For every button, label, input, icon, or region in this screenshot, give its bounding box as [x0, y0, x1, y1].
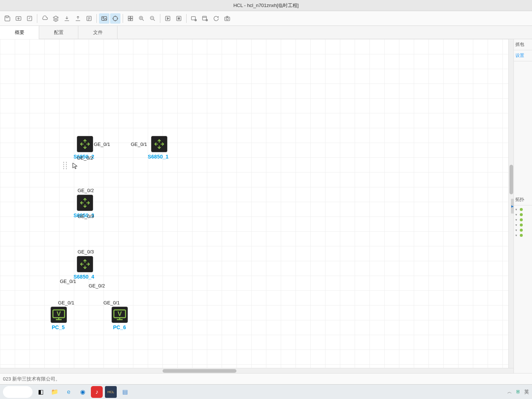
- svg-point-6: [113, 16, 117, 21]
- port-label: GE_0/1: [103, 300, 120, 306]
- tab-file[interactable]: 文件: [78, 26, 117, 39]
- switch-s6850-2[interactable]: [77, 136, 93, 152]
- device-label: S6850_1: [148, 154, 168, 160]
- separator: [160, 14, 160, 23]
- main-toolbar: [0, 11, 532, 26]
- device-label: PC_5: [52, 324, 65, 330]
- add-panel-icon[interactable]: [200, 13, 210, 24]
- cloud-icon[interactable]: [40, 13, 50, 24]
- tree-item[interactable]: ▾: [515, 212, 531, 217]
- ime-indicator[interactable]: 英: [524, 389, 529, 395]
- grid-icon[interactable]: [125, 13, 136, 24]
- device-label: S6850_4: [74, 274, 94, 280]
- port-label: GE_0/1: [94, 141, 110, 147]
- system-tray: ︿ ⛨ 英: [507, 389, 529, 395]
- edge-legacy-icon[interactable]: e: [63, 386, 75, 398]
- switch-s6850-1[interactable]: [151, 136, 167, 152]
- tab-bar: 概要 配置 文件: [0, 26, 532, 39]
- save-icon[interactable]: [2, 13, 13, 24]
- notepad-icon[interactable]: ▤: [119, 386, 131, 398]
- refresh-icon[interactable]: [211, 13, 221, 24]
- tree-item[interactable]: ▾: [515, 217, 531, 222]
- zoom-out-icon[interactable]: [147, 13, 158, 24]
- svg-point-5: [103, 17, 104, 18]
- title-bar: HCL - hcl_n701znxh[临时工程]: [0, 0, 532, 11]
- start-button[interactable]: [3, 386, 33, 398]
- pc-6[interactable]: V: [112, 307, 128, 323]
- taskbar: ◧ 📁 e ◉ ♪ HCL ▤ ︿ ⛨ 英: [0, 384, 532, 399]
- settings-link[interactable]: 设置: [514, 50, 532, 61]
- status-bar: 023 新华三技术有限公司。: [0, 373, 532, 384]
- svg-rect-10: [131, 18, 133, 20]
- tree-item[interactable]: ▾: [515, 207, 531, 212]
- topology-tree: ▾ ▾ ▾ ▾ ▾ ▾: [514, 205, 532, 239]
- tree-item[interactable]: ▾: [515, 222, 531, 228]
- port-label: GE_0/3: [78, 249, 94, 255]
- security-icon[interactable]: ⛨: [516, 389, 521, 395]
- add-window-icon[interactable]: [189, 13, 199, 24]
- switch-s6850-4[interactable]: [77, 256, 93, 272]
- port-label: GE_0/1: [131, 141, 147, 147]
- camera-icon[interactable]: [222, 13, 232, 24]
- port-label: GE_0/2: [78, 188, 94, 193]
- device-label: PC_6: [113, 324, 126, 330]
- port-label: GE_0/1: [60, 279, 76, 284]
- image-icon[interactable]: [99, 13, 109, 24]
- svg-text:V: V: [117, 310, 122, 317]
- copyright-text: 023 新华三技术有限公司。: [3, 376, 60, 382]
- export-icon[interactable]: [13, 13, 24, 24]
- port-label: GE_0/2: [89, 283, 105, 289]
- file-explorer-icon[interactable]: 📁: [49, 386, 61, 398]
- separator: [96, 14, 97, 23]
- scrollbar-thumb[interactable]: [163, 369, 236, 373]
- tab-config[interactable]: 配置: [39, 26, 78, 39]
- svg-rect-15: [178, 17, 180, 19]
- separator: [37, 14, 37, 23]
- svg-rect-16: [191, 16, 195, 20]
- netease-music-icon[interactable]: ♪: [91, 386, 103, 398]
- download-icon[interactable]: [62, 13, 72, 24]
- tree-item[interactable]: ▾: [515, 233, 531, 238]
- link-layer: [0, 39, 111, 95]
- pc-5[interactable]: V: [51, 307, 67, 323]
- port-label: GE_0/3: [78, 214, 94, 219]
- window-title: HCL - hcl_n701znxh[临时工程]: [233, 2, 299, 9]
- main-area: S6850_2 S6850_1 S6850_3 S6850_4 V PC_5 V…: [0, 39, 532, 373]
- horizontal-scrollbar[interactable]: [0, 368, 514, 373]
- list-icon[interactable]: [84, 13, 94, 24]
- topology-panel-header: 拓扑: [514, 194, 532, 205]
- edge-icon[interactable]: ◉: [77, 386, 89, 398]
- tray-expand-icon[interactable]: ︿: [507, 389, 512, 395]
- svg-rect-9: [128, 18, 130, 20]
- topology-canvas[interactable]: S6850_2 S6850_1 S6850_3 S6850_4 V PC_5 V…: [0, 39, 514, 373]
- edit-icon[interactable]: [24, 13, 35, 24]
- switch-s6850-3[interactable]: [77, 195, 93, 211]
- side-panel: 抓包 设置 拓扑 ▾ ▾ ▾ ▾ ▾ ▾: [514, 39, 532, 373]
- text-cursor-icon: [64, 162, 66, 169]
- svg-point-21: [226, 17, 228, 20]
- taskview-icon[interactable]: ◧: [35, 386, 47, 398]
- upload-icon[interactable]: [73, 13, 83, 24]
- svg-text:V: V: [57, 310, 61, 317]
- layers-icon[interactable]: [51, 13, 61, 24]
- tab-summary[interactable]: 概要: [0, 26, 39, 39]
- target-icon[interactable]: [110, 13, 120, 24]
- port-label: GE_0/2: [77, 155, 93, 161]
- separator: [123, 14, 123, 23]
- capture-panel-header: 抓包: [514, 39, 532, 50]
- separator: [186, 14, 187, 23]
- zoom-in-icon[interactable]: [136, 13, 147, 24]
- svg-rect-8: [131, 16, 133, 18]
- port-label: GE_0/1: [58, 300, 74, 306]
- svg-rect-0: [6, 16, 8, 18]
- panel-collapse-handle[interactable]: [511, 199, 514, 214]
- tree-item[interactable]: ▾: [515, 228, 531, 233]
- hcl-app-icon[interactable]: HCL: [105, 386, 117, 398]
- scrollbar-thumb[interactable]: [509, 165, 513, 194]
- play-icon[interactable]: [163, 13, 173, 24]
- stop-icon[interactable]: [174, 13, 184, 24]
- svg-rect-7: [128, 16, 130, 18]
